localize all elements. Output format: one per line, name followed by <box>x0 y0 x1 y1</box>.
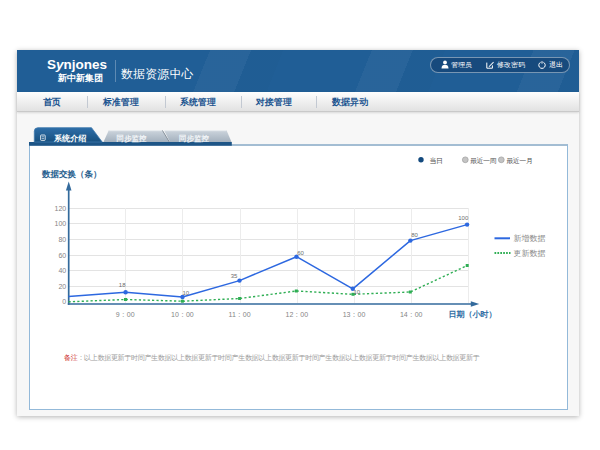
svg-text:10: 10 <box>353 289 360 295</box>
svg-text:10: 10 <box>182 290 189 296</box>
svg-text:更新数据: 更新数据 <box>514 249 546 258</box>
svg-text:11：00: 11：00 <box>229 311 251 318</box>
svg-text:60: 60 <box>58 252 66 259</box>
svg-text:40: 40 <box>58 267 66 274</box>
svg-text:10：00: 10：00 <box>171 311 194 318</box>
svg-text:80: 80 <box>411 232 418 238</box>
svg-text:20: 20 <box>58 283 66 290</box>
svg-text:13：00: 13：00 <box>343 311 366 318</box>
svg-text:100: 100 <box>55 220 67 227</box>
svg-text:80: 80 <box>58 236 66 243</box>
svg-text:100: 100 <box>458 215 469 221</box>
svg-text:系统介绍: 系统介绍 <box>53 133 86 143</box>
svg-text:9：00: 9：00 <box>116 311 135 318</box>
svg-text:14：00: 14：00 <box>400 311 423 318</box>
svg-text:当日: 当日 <box>430 157 443 165</box>
svg-text:最近一月: 最近一月 <box>506 157 532 165</box>
svg-text:12：00: 12：00 <box>286 311 309 318</box>
svg-text:最近一周: 最近一周 <box>470 157 497 164</box>
svg-text:新增数据: 新增数据 <box>514 234 546 243</box>
svg-text:35: 35 <box>231 273 238 279</box>
svg-text:数据交换（条）: 数据交换（条） <box>41 169 102 179</box>
svg-text:60: 60 <box>297 250 304 256</box>
svg-text:120: 120 <box>55 205 67 212</box>
svg-text:0: 0 <box>62 298 66 305</box>
svg-text:18: 18 <box>119 282 126 288</box>
svg-text:同步监控: 同步监控 <box>179 134 210 143</box>
svg-text:日期（小时）: 日期（小时） <box>449 310 497 319</box>
svg-text:同步监控: 同步监控 <box>117 134 148 143</box>
